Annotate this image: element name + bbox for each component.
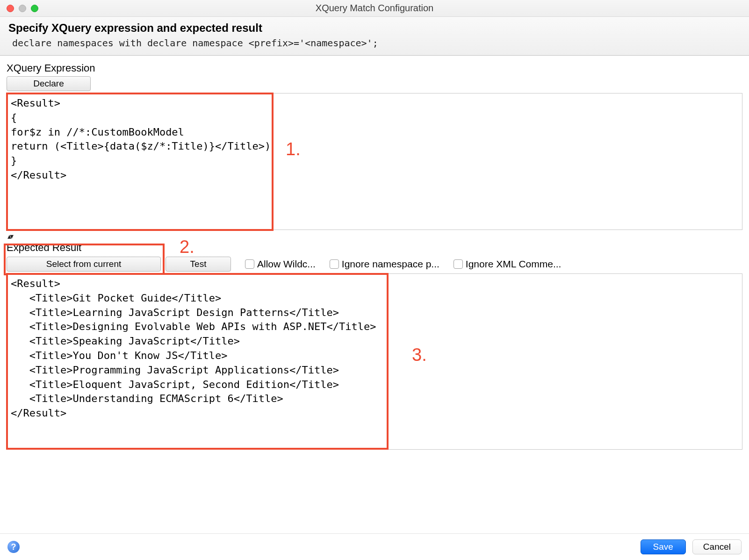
cancel-button[interactable]: Cancel: [692, 539, 742, 554]
checkbox-icon: [330, 259, 339, 269]
test-button[interactable]: Test: [166, 257, 231, 272]
checkbox-icon: [454, 259, 463, 269]
help-icon[interactable]: ?: [7, 541, 20, 553]
select-from-current-button[interactable]: Select from current: [7, 257, 161, 272]
dialog-title: Specify XQuery expression and expected r…: [8, 22, 741, 35]
expected-result-toolbar: Select from current Test Allow Wildc... …: [7, 257, 742, 272]
dialog-footer: ? Save Cancel: [0, 533, 749, 560]
ignore-comments-label: Ignore XML Comme...: [466, 258, 562, 270]
checkbox-icon: [245, 259, 254, 269]
save-button[interactable]: Save: [641, 539, 686, 554]
xquery-expression-input[interactable]: [7, 93, 742, 227]
ignore-comments-checkbox[interactable]: Ignore XML Comme...: [454, 258, 562, 270]
ignore-namespace-checkbox[interactable]: Ignore namespace p...: [330, 258, 439, 270]
dialog-header: Specify XQuery expression and expected r…: [0, 17, 749, 56]
title-bar: XQuery Match Configuration: [0, 0, 749, 17]
declare-button[interactable]: Declare: [7, 76, 91, 91]
xquery-expression-area: 1.: [7, 93, 742, 230]
allow-wildcards-checkbox[interactable]: Allow Wildc...: [245, 258, 316, 270]
expected-result-label: Expected Result: [7, 242, 742, 254]
dialog-content: XQuery Expression Declare 1. ▴▾ Expected…: [0, 56, 749, 533]
expected-result-input[interactable]: [7, 274, 742, 447]
expand-arrows-icon[interactable]: ▴▾: [7, 230, 742, 242]
dialog-subtitle: declare namespaces with declare namespac…: [8, 35, 741, 49]
expected-result-area: 3.: [7, 273, 742, 450]
allow-wildcards-label: Allow Wildc...: [257, 258, 316, 270]
window-title: XQuery Match Configuration: [0, 3, 749, 14]
ignore-namespace-label: Ignore namespace p...: [342, 258, 439, 270]
xquery-expression-label: XQuery Expression: [7, 62, 742, 74]
